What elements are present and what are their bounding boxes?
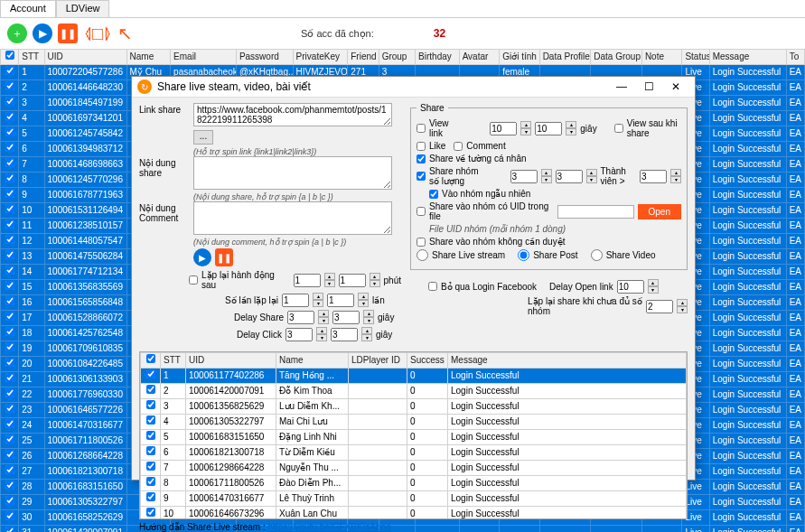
modal-pause-button[interactable]: ❚❚ [215, 248, 233, 266]
mt-row-check[interactable] [146, 369, 155, 378]
pause-button[interactable]: ❚❚ [58, 23, 78, 43]
vaonhom-check[interactable] [429, 190, 438, 199]
row-check[interactable] [5, 189, 14, 198]
row-check[interactable] [5, 204, 14, 213]
viewlink-check[interactable] [417, 124, 426, 133]
row-check[interactable] [5, 511, 14, 520]
mt-col-LDPlayer ID[interactable]: LDPlayer ID [349, 353, 407, 369]
row-check[interactable] [5, 173, 14, 182]
link-share-input[interactable]: https://www.facebook.com/phanmemtot/post… [193, 103, 392, 126]
row-check[interactable] [5, 496, 14, 505]
row-check[interactable] [5, 465, 14, 474]
col-Group[interactable]: Group [379, 50, 415, 65]
add-button[interactable]: ＋ [7, 23, 27, 43]
mt-row-check[interactable] [146, 492, 155, 501]
mt-row[interactable]: 8100061711800526Đào Diễm Ph...0Login Suc… [141, 476, 687, 491]
mt-row-check[interactable] [146, 446, 155, 455]
close-button[interactable]: ✕ [662, 80, 689, 93]
col-Data Profile[interactable]: Data Profile [539, 50, 591, 65]
modal-play-button[interactable]: ▶ [193, 248, 211, 266]
vibrate-icon[interactable]: ⦉□⦊ [83, 23, 112, 44]
col-Friend[interactable]: Friend [348, 50, 379, 65]
mt-row[interactable]: 2100061420007091Đỗ Kim Thoa0Login Succes… [141, 384, 687, 399]
mt-row-check[interactable] [146, 400, 155, 409]
browse-button[interactable]: ... [193, 130, 213, 145]
row-check[interactable] [5, 388, 14, 397]
sharekhong-check[interactable] [417, 238, 426, 247]
radio-sharevideo[interactable] [591, 249, 603, 261]
delayclick-v2[interactable] [331, 328, 358, 341]
row-check[interactable] [5, 342, 14, 351]
col-Note[interactable]: Note [641, 50, 682, 65]
row-check[interactable] [5, 97, 14, 106]
sn-v1[interactable] [510, 170, 538, 183]
tv-v[interactable] [640, 170, 667, 183]
laplai-v[interactable] [646, 300, 673, 313]
col-PrivateKey[interactable]: PrivateKey [293, 50, 348, 65]
like-check[interactable] [417, 142, 426, 151]
row-check[interactable] [5, 373, 14, 382]
select-all[interactable] [5, 51, 14, 60]
cursor-icon[interactable]: ↖ [117, 23, 133, 44]
col-UID[interactable]: UID [44, 50, 126, 65]
repeat-checkbox[interactable] [189, 275, 198, 285]
tab-ldview[interactable]: LDView [56, 0, 110, 17]
row-check[interactable] [5, 219, 14, 229]
row-check[interactable] [5, 250, 14, 259]
row-check[interactable] [5, 266, 14, 275]
col-Data Group[interactable]: Data Group [591, 50, 642, 65]
col-Password[interactable]: Password [236, 50, 293, 65]
viewsau-check[interactable] [614, 124, 623, 133]
col-Message[interactable]: Message [709, 50, 786, 65]
mt-row-check[interactable] [146, 508, 155, 517]
maximize-button[interactable]: ☐ [635, 80, 662, 93]
row-check[interactable] [5, 158, 14, 167]
row-check[interactable] [5, 481, 14, 490]
minimize-button[interactable]: — [608, 80, 635, 93]
row-check[interactable] [5, 296, 14, 305]
mt-row[interactable]: 7100061298664228Nguyễn Thu ...0Login Suc… [141, 461, 687, 476]
repeat-v1[interactable] [294, 274, 321, 287]
row-check[interactable] [5, 312, 14, 321]
col-Status[interactable]: Status [682, 50, 709, 65]
mt-row-check[interactable] [146, 462, 155, 471]
sharetuong-check[interactable] [417, 154, 426, 163]
repeat-v2[interactable] [339, 274, 366, 287]
row-check[interactable] [5, 112, 14, 121]
row-check[interactable] [5, 419, 14, 428]
row-check[interactable] [5, 143, 14, 152]
mt-col-Message[interactable]: Message [448, 353, 687, 369]
mt-row-check[interactable] [146, 415, 155, 425]
row-check[interactable] [5, 404, 14, 413]
col-check[interactable] [1, 50, 19, 65]
delayclick-v1[interactable] [285, 328, 313, 341]
mt-row[interactable]: 4100061305322797Mai Chi Lưu0Login Succes… [141, 415, 687, 430]
col-Avatar[interactable]: Avatar [459, 50, 500, 65]
mt-col-check[interactable] [141, 353, 161, 369]
mt-row-check[interactable] [146, 477, 155, 486]
delayopen-v[interactable] [617, 280, 644, 294]
boqua-check[interactable] [428, 282, 437, 291]
solan-v2[interactable] [327, 294, 354, 307]
row-check[interactable] [5, 450, 14, 459]
mt-row[interactable]: 3100061356825629Lưu Diễm Kh...0Login Suc… [141, 399, 687, 415]
tab-account[interactable]: Account [0, 0, 56, 17]
mt-row[interactable]: 10100061646673296Xuân Lan Chu0Login Succ… [141, 507, 687, 520]
row-check[interactable] [5, 358, 14, 367]
mt-row[interactable]: 9100061470316677Lê Thuỳ Trinh0Login Succ… [141, 491, 687, 507]
view-n2[interactable] [535, 122, 562, 135]
delayshare-v1[interactable] [287, 311, 314, 324]
open-button[interactable]: Open [638, 204, 681, 219]
solan-v1[interactable] [282, 294, 309, 307]
col-STT[interactable]: STT [19, 50, 44, 65]
mt-row-check[interactable] [146, 385, 155, 394]
delayshare-v2[interactable] [332, 311, 360, 324]
row-check[interactable] [5, 434, 14, 443]
mt-col-STT[interactable]: STT [161, 353, 186, 369]
row-check[interactable] [5, 127, 14, 136]
uid-file-input[interactable] [557, 205, 634, 219]
mt-row[interactable]: 6100061821300718Từ Diễm Kiều0Login Succe… [141, 445, 687, 461]
row-check[interactable] [5, 327, 14, 336]
nd-share-input[interactable] [193, 156, 392, 190]
mt-select-all[interactable] [146, 354, 155, 363]
